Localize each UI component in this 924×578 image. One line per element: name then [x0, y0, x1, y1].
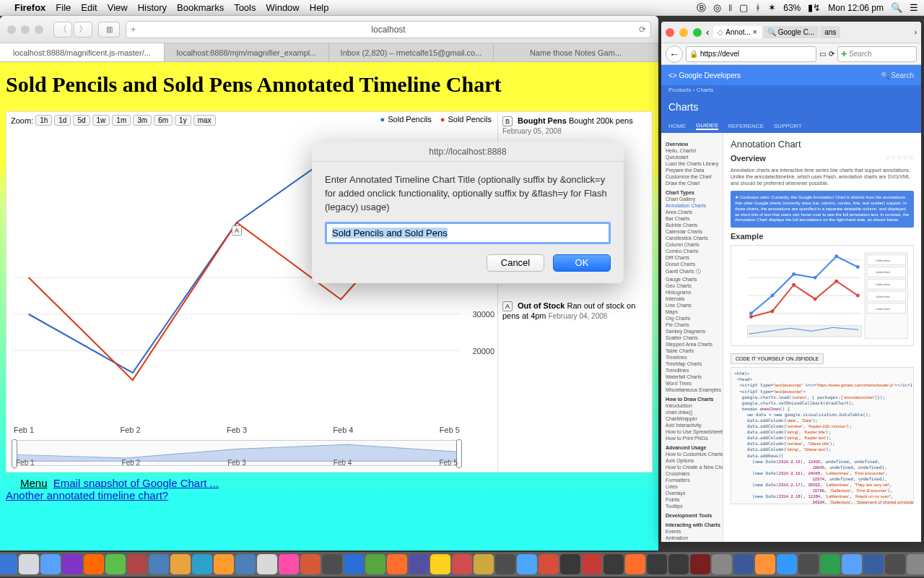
- address-bar[interactable]: 🔒 https://devel: [686, 46, 816, 62]
- dock-app-icon[interactable]: [842, 554, 862, 574]
- dock-app-icon[interactable]: [733, 554, 754, 574]
- bluetooth-icon[interactable]: ᚼ: [755, 2, 761, 13]
- cancel-button[interactable]: Cancel: [487, 254, 544, 272]
- zoom-1w[interactable]: 1w: [92, 115, 110, 126]
- dock-app-icon[interactable]: [603, 554, 624, 574]
- dock-app-icon[interactable]: [127, 554, 147, 574]
- sidebar-button[interactable]: ▥: [98, 22, 120, 38]
- gd-tab[interactable]: GUIDES: [696, 122, 718, 130]
- window-controls[interactable]: [7, 25, 43, 34]
- address-bar[interactable]: + localhost ⟳: [126, 21, 651, 38]
- battery-icon[interactable]: ▮↯: [808, 2, 821, 13]
- search-box[interactable]: ✚Search: [837, 46, 917, 62]
- dock-app-icon[interactable]: [517, 554, 537, 574]
- annotation-item[interactable]: B Bought Pens Bought 200k pens February …: [502, 116, 648, 135]
- dock-app-icon[interactable]: [755, 554, 775, 574]
- dock-app-icon[interactable]: [647, 554, 667, 574]
- dock-app-icon[interactable]: [539, 554, 559, 574]
- dock-app-icon[interactable]: [192, 554, 212, 574]
- spotlight-icon[interactable]: 🔍: [891, 2, 902, 13]
- gd-search[interactable]: 🔍 Search: [881, 72, 914, 79]
- zoom-1y[interactable]: 1y: [175, 115, 191, 126]
- dock-app-icon[interactable]: [712, 554, 732, 574]
- dock-app-icon[interactable]: [409, 554, 429, 574]
- overflow-icon[interactable]: ›: [915, 28, 917, 36]
- dock-app-icon[interactable]: [907, 554, 924, 574]
- back-button[interactable]: 〈: [53, 22, 72, 38]
- dock-app-icon[interactable]: [300, 554, 321, 574]
- range-selector[interactable]: Feb 1Feb 2Feb 3Feb 4Feb 5: [14, 440, 460, 466]
- menubar-app[interactable]: Firefox: [14, 2, 45, 13]
- dock-app-icon[interactable]: [279, 554, 299, 574]
- zoom-max[interactable]: max: [193, 115, 216, 126]
- dock-app-icon[interactable]: [560, 554, 580, 574]
- gd-breadcrumb[interactable]: Products › Charts: [661, 85, 921, 98]
- dock-app-icon[interactable]: [625, 554, 645, 574]
- dock-app-icon[interactable]: [235, 554, 256, 574]
- dock-app-icon[interactable]: [84, 554, 104, 574]
- dock[interactable]: [0, 552, 924, 577]
- firefox-tab[interactable]: ◇Annot...×: [713, 26, 761, 38]
- chart-marker-a[interactable]: A: [232, 225, 242, 236]
- annotation-item[interactable]: A Out of Stock Ran out of stock on pens …: [502, 301, 648, 320]
- star-rating[interactable]: ☆☆☆☆☆: [885, 154, 914, 161]
- dock-app-icon[interactable]: [40, 554, 61, 574]
- wifi-icon[interactable]: ✶: [768, 2, 776, 13]
- notifications-icon[interactable]: ☰: [910, 2, 918, 13]
- browser-tab[interactable]: Name those Notes Gam...: [494, 43, 658, 61]
- menu-edit[interactable]: Edit: [81, 2, 97, 13]
- footer-email-link[interactable]: Email snapshot of Google Chart ...: [53, 477, 219, 489]
- back-icon[interactable]: ‹: [706, 27, 709, 38]
- browser-tab[interactable]: Inbox (2,820) – rmetcalfe15@gmail.co...: [329, 43, 494, 61]
- dock-app-icon[interactable]: [582, 554, 602, 574]
- reader-icon[interactable]: ▭: [819, 50, 826, 58]
- legend-item[interactable]: Sold Pencils: [440, 115, 492, 124]
- gd-sidebar[interactable]: OverviewHello, Charts!QuickstartLoad the…: [661, 133, 723, 542]
- forward-button[interactable]: 〉: [74, 22, 92, 38]
- dock-app-icon[interactable]: [170, 554, 191, 574]
- jsfiddle-button[interactable]: CODE IT YOURSELF ON JSFIDDLE: [731, 353, 824, 364]
- back-button[interactable]: ←: [666, 46, 683, 63]
- menu-tools[interactable]: Tools: [234, 2, 256, 13]
- legend-item[interactable]: Sold Pencils: [380, 115, 432, 124]
- dock-app-icon[interactable]: [365, 554, 385, 574]
- menubar-clock[interactable]: Mon 12:06 pm: [828, 3, 884, 13]
- dock-app-icon[interactable]: [214, 554, 234, 574]
- zoom-3m[interactable]: 3m: [133, 115, 152, 126]
- window-controls[interactable]: [666, 28, 702, 37]
- reload-icon[interactable]: ⟳: [829, 50, 834, 58]
- dock-app-icon[interactable]: [19, 554, 39, 574]
- status-icon[interactable]: ◎: [713, 2, 721, 13]
- gd-tab[interactable]: SUPPORT: [774, 123, 802, 129]
- footer-menu-link[interactable]: Menu: [20, 477, 48, 489]
- dock-app-icon[interactable]: [149, 554, 169, 574]
- airplay-icon[interactable]: ▢: [739, 2, 748, 13]
- menu-help[interactable]: Help: [310, 2, 329, 13]
- menu-view[interactable]: View: [108, 2, 128, 13]
- dock-app-icon[interactable]: [495, 554, 515, 574]
- firefox-tab[interactable]: 🔍Google C...: [763, 26, 819, 38]
- dock-app-icon[interactable]: [863, 554, 884, 574]
- dock-app-icon[interactable]: [474, 554, 494, 574]
- dock-app-icon[interactable]: [777, 554, 797, 574]
- zoom-6m[interactable]: 6m: [154, 115, 173, 126]
- gd-logo[interactable]: <> Google Developers: [668, 72, 741, 79]
- zoom-1d[interactable]: 1d: [54, 115, 71, 126]
- dock-app-icon[interactable]: [62, 554, 82, 574]
- dock-app-icon[interactable]: [344, 554, 364, 574]
- dock-app-icon[interactable]: [668, 554, 689, 574]
- gd-tab[interactable]: HOME: [668, 123, 686, 129]
- footer-another-link[interactable]: Another annotated timeline chart?: [6, 489, 168, 501]
- dock-app-icon[interactable]: [885, 554, 905, 574]
- dock-app-icon[interactable]: [430, 554, 450, 574]
- firefox-tab[interactable]: ans: [820, 26, 840, 38]
- ok-button[interactable]: OK: [553, 254, 611, 272]
- browser-tab[interactable]: localhost:8888/magnificent.js-master/...: [0, 43, 165, 61]
- dialog-input[interactable]: [325, 222, 611, 244]
- status-icon[interactable]: Ⓑ: [697, 1, 706, 14]
- menu-bookmarks[interactable]: Bookmarks: [177, 2, 224, 13]
- menu-history[interactable]: History: [138, 2, 167, 13]
- dock-app-icon[interactable]: [820, 554, 840, 574]
- dock-app-icon[interactable]: [798, 554, 819, 574]
- dock-app-icon[interactable]: [322, 554, 342, 574]
